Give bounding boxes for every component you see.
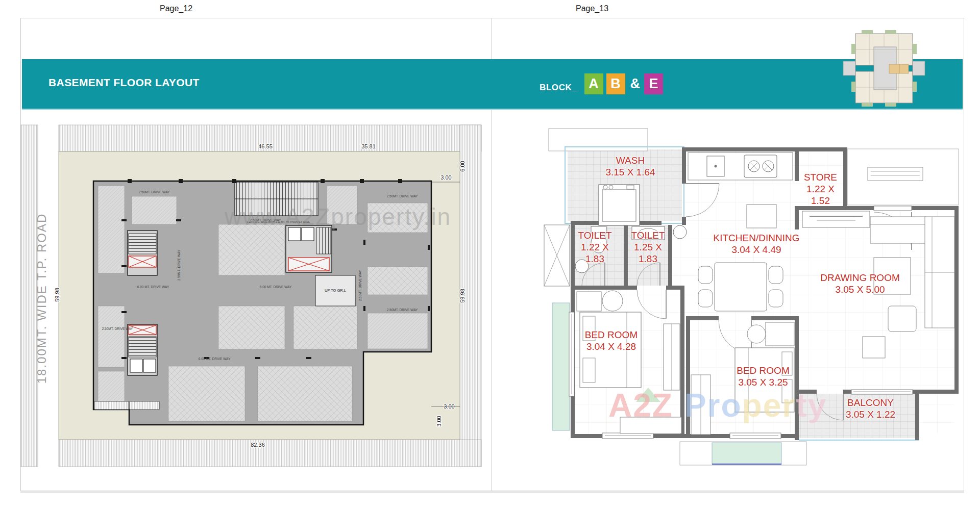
svg-text:UP TO GR.L: UP TO GR.L (325, 288, 346, 293)
floor-plan-graphics: 2.50MT. DRIVE WAY 2.50MT. DRIVE WAY 2.50… (0, 0, 980, 511)
watermark-url: www.A2Zproperty.in (225, 203, 451, 231)
room-label-bedroom-2: BED ROOM3.05 X 3.25 (715, 365, 812, 388)
document-canvas: Page_12 Page_13 BASEMENT FLOOR LAYOUT BL… (0, 0, 980, 511)
svg-text:6.00: 6.00 (459, 161, 465, 171)
svg-text:2.50MT. DRIVE WAY: 2.50MT. DRIVE WAY (102, 327, 133, 330)
svg-text:82.36: 82.36 (251, 442, 265, 448)
svg-text:3.00: 3.00 (436, 416, 442, 426)
svg-text:59.98: 59.98 (54, 288, 60, 302)
svg-text:35.81: 35.81 (361, 143, 376, 149)
svg-text:2.50MT. DRIVE WAY: 2.50MT. DRIVE WAY (358, 270, 362, 301)
svg-text:59.98: 59.98 (459, 289, 465, 303)
room-label-bedroom-1: BED ROOM3.04 X 4.28 (561, 329, 661, 352)
svg-text:18.00MT. WIDE T.P. ROAD: 18.00MT. WIDE T.P. ROAD (35, 213, 48, 384)
svg-text:6.00 MT. DRIVE WAY: 6.00 MT. DRIVE WAY (260, 285, 292, 289)
room-label-toilet-1: TOILET1.22 X 1.83 (566, 229, 624, 265)
room-label-store: STORE1.22 X 1.52 (791, 171, 850, 207)
basement-plan: 2.50MT. DRIVE WAY 2.50MT. DRIVE WAY 2.50… (21, 125, 481, 467)
svg-text:6.00 MT. DRIVE WAY: 6.00 MT. DRIVE WAY (199, 357, 231, 361)
watermark-brand: A2Z Pro per ty (608, 387, 827, 424)
key-plan (843, 30, 925, 107)
room-label-balcony: BALCONY3.05 X 1.22 (821, 397, 920, 420)
room-label-wash: WASH3.15 X 1.64 (582, 155, 679, 178)
svg-text:46.55: 46.55 (258, 143, 273, 149)
room-label-toilet-2: TOILET1.25 X 1.83 (619, 229, 677, 265)
svg-text:2.50MT. DRIVE WAY: 2.50MT. DRIVE WAY (139, 190, 170, 194)
svg-text:3.00: 3.00 (440, 174, 451, 181)
room-label-drawing-room: DRAWING ROOM3.05 X 5.00 (799, 272, 921, 295)
svg-text:2.50MT. DRIVE WAY: 2.50MT. DRIVE WAY (387, 308, 418, 312)
room-label-kitchen: KITCHEN/DINNING3.04 X 4.49 (690, 232, 823, 256)
svg-text:6.00 MT. DRIVE WAY: 6.00 MT. DRIVE WAY (137, 285, 169, 289)
svg-text:2.50MT. DRIVE WAY: 2.50MT. DRIVE WAY (387, 194, 418, 198)
svg-text:2.50MT. DRIVE WAY: 2.50MT. DRIVE WAY (177, 249, 181, 280)
